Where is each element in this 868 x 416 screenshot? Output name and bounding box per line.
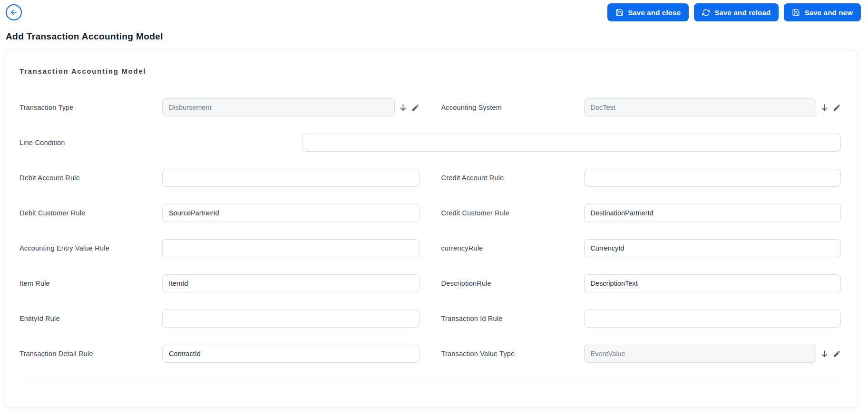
accounting-system-input[interactable]	[584, 98, 817, 116]
debit-account-rule-input[interactable]	[162, 169, 419, 187]
save-button-group: Save and close Save and reload Save and …	[607, 3, 861, 21]
save-and-new-button[interactable]: Save and new	[784, 3, 861, 21]
transaction-type-input[interactable]	[162, 98, 395, 116]
field-label: Transaction Type	[20, 104, 162, 111]
field-label: Item Rule	[20, 280, 162, 287]
save-and-reload-label: Save and reload	[714, 9, 770, 17]
save-and-new-label: Save and new	[804, 9, 853, 17]
field-label: Line Condition	[20, 139, 162, 146]
form-row: Line Condition	[20, 134, 841, 152]
form-row: Transaction Type Accounting System	[20, 98, 841, 116]
top-bar: Save and close Save and reload Save and …	[0, 0, 868, 21]
section-title: Transaction Accounting Model	[20, 68, 841, 75]
item-rule-input[interactable]	[162, 274, 419, 292]
credit-customer-rule-input[interactable]	[584, 204, 841, 222]
transaction-detail-rule-input[interactable]	[162, 345, 419, 363]
field-label: Transaction Value Type	[441, 350, 584, 358]
arrow-down-icon[interactable]	[820, 103, 829, 112]
page-title: Add Transaction Accounting Model	[6, 31, 868, 42]
description-rule-input[interactable]	[584, 274, 841, 292]
field-label: Accounting Entry Value Rule	[20, 244, 162, 252]
line-condition-input[interactable]	[302, 134, 841, 152]
field-label: currencyRule	[441, 244, 584, 252]
arrow-down-icon[interactable]	[820, 349, 829, 358]
entityid-rule-input[interactable]	[162, 310, 419, 328]
save-icon	[615, 9, 624, 17]
currency-rule-input[interactable]	[584, 239, 841, 257]
form-row: Transaction Detail Rule Transaction Valu…	[20, 345, 841, 363]
field-label: Credit Account Rule	[441, 174, 584, 182]
field-label: Transaction Id Rule	[441, 315, 584, 322]
reload-icon	[702, 9, 710, 17]
card-divider	[20, 380, 841, 380]
transaction-id-rule-input[interactable]	[584, 310, 841, 328]
save-icon	[792, 9, 800, 17]
form-row: EntityId Rule Transaction Id Rule	[20, 310, 841, 328]
form-row: Debit Customer Rule Credit Customer Rule	[20, 204, 841, 222]
arrow-down-icon[interactable]	[399, 103, 408, 112]
back-button[interactable]	[6, 4, 22, 20]
form-row: Debit Account Rule Credit Account Rule	[20, 169, 841, 187]
save-and-reload-button[interactable]: Save and reload	[694, 3, 779, 21]
field-label: DescriptionRule	[441, 280, 584, 287]
form-row: Item Rule DescriptionRule	[20, 274, 841, 292]
edit-pencil-icon[interactable]	[833, 350, 841, 358]
arrow-left-icon	[10, 8, 18, 17]
field-label: Debit Account Rule	[20, 174, 162, 182]
field-label: EntityId Rule	[20, 315, 162, 322]
form-row: Accounting Entry Value Rule currencyRule	[20, 239, 841, 257]
edit-pencil-icon[interactable]	[411, 104, 419, 112]
field-label: Credit Customer Rule	[441, 209, 584, 217]
save-and-close-button[interactable]: Save and close	[607, 3, 689, 21]
debit-customer-rule-input[interactable]	[162, 204, 419, 222]
credit-account-rule-input[interactable]	[584, 169, 841, 187]
accounting-entry-value-rule-input[interactable]	[162, 239, 419, 257]
form-card: Transaction Accounting Model Transaction…	[5, 50, 858, 408]
field-label: Accounting System	[441, 104, 584, 111]
transaction-value-type-input[interactable]	[584, 345, 817, 363]
field-label: Debit Customer Rule	[20, 209, 162, 217]
field-label: Transaction Detail Rule	[20, 350, 162, 358]
save-and-close-label: Save and close	[628, 9, 681, 17]
edit-pencil-icon[interactable]	[833, 104, 841, 112]
